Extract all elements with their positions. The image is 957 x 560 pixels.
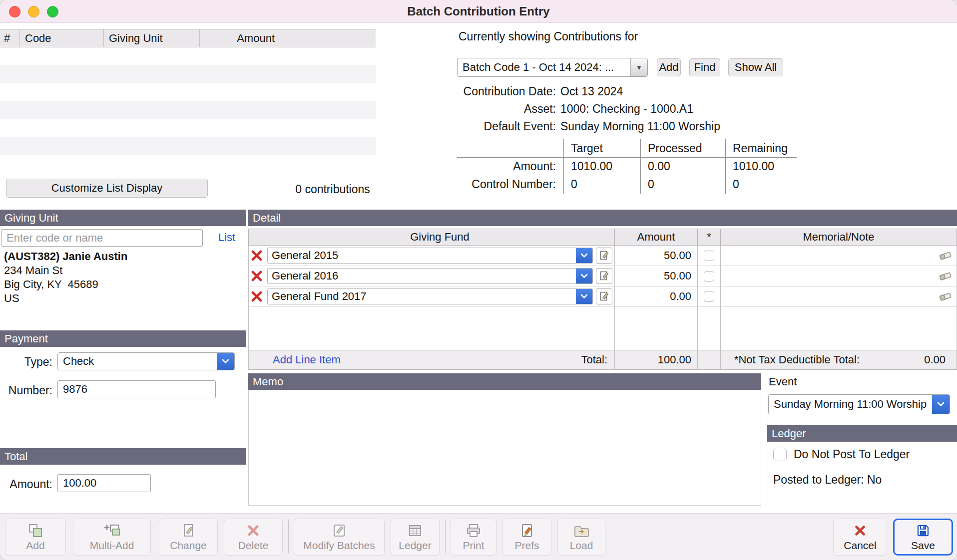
detail-header-giving-fund: Giving Fund	[265, 229, 615, 246]
total-amount-input[interactable]	[57, 474, 151, 492]
memorial-note-field[interactable]	[721, 266, 957, 286]
delete-icon	[246, 523, 261, 538]
prefs-icon	[519, 523, 534, 538]
detail-total-value: 100.00	[615, 350, 698, 370]
red-x-icon	[250, 290, 263, 303]
column-header-amount[interactable]: Amount	[200, 29, 282, 47]
summary-header-row: Target Processed Remaining	[457, 139, 797, 158]
batch-show-all-button[interactable]: Show All	[728, 58, 783, 76]
giving-unit-section-header: Giving Unit	[0, 210, 246, 226]
summary-amount-row: Amount: 1010.00 0.00 1010.00	[457, 158, 797, 175]
contribution-list: # Code Giving Unit Amount	[0, 29, 376, 173]
giving-fund-select[interactable]: General Fund 2017	[267, 288, 593, 304]
titlebar: Batch Contribution Entry	[0, 0, 957, 23]
event-select[interactable]: Sunday Morning 11:00 Worship	[768, 394, 950, 414]
summary-header-remaining: Remaining	[725, 139, 797, 158]
cancel-button[interactable]: Cancel	[833, 519, 887, 556]
giving-unit-search-input[interactable]	[1, 229, 203, 247]
list-row	[0, 119, 376, 137]
modify-batches-button[interactable]: Modify Batches	[294, 519, 385, 556]
giving-unit-address-line: 234 Main St	[4, 264, 127, 278]
fund-note-button[interactable]	[596, 288, 612, 304]
change-button[interactable]: Change	[159, 519, 218, 556]
zoom-window-button[interactable]	[47, 6, 58, 17]
fund-note-button[interactable]	[596, 248, 612, 264]
contribution-list-header: # Code Giving Unit Amount	[0, 29, 376, 47]
line-star-cell	[698, 246, 721, 266]
memorial-eraser-icon	[939, 250, 953, 261]
not-tax-deductible-checkbox[interactable]	[704, 251, 714, 261]
print-button[interactable]: Print	[451, 519, 496, 556]
save-icon	[916, 523, 931, 538]
detail-empty-area	[248, 307, 957, 350]
chevron-down-icon[interactable]	[576, 269, 592, 283]
summary-control-target: 0	[563, 175, 640, 194]
memo-section-header: Memo	[248, 373, 761, 390]
do-not-post-label: Do Not Post To Ledger	[794, 448, 910, 461]
fund-note-button[interactable]	[596, 268, 612, 284]
list-row	[0, 47, 376, 65]
edit-note-icon	[599, 291, 610, 302]
giving-unit-name: (AUST382) Janie Austin	[4, 250, 127, 264]
customize-list-display-button[interactable]: Customize List Display	[6, 179, 208, 198]
multi-add-button[interactable]: Multi-Add	[73, 519, 151, 556]
not-tax-deductible-checkbox[interactable]	[704, 291, 714, 302]
do-not-post-row: Do Not Post To Ledger	[773, 448, 910, 461]
red-x-icon	[250, 270, 263, 282]
payment-number-input[interactable]	[57, 380, 216, 398]
detail-header-delete	[248, 229, 265, 246]
list-row	[0, 65, 376, 83]
default-event-label: Default Event:	[457, 120, 556, 133]
ntd-total-label: *Not Tax Deductible Total:	[734, 353, 860, 366]
chevron-down-icon[interactable]	[932, 395, 950, 414]
column-header-code[interactable]: Code	[20, 29, 104, 47]
contribution-list-body[interactable]	[0, 47, 376, 173]
add-button[interactable]: Add	[5, 519, 66, 556]
chevron-down-icon[interactable]: ▼	[630, 58, 647, 76]
chevron-down-icon[interactable]	[576, 248, 592, 263]
save-button[interactable]: Save	[893, 519, 953, 556]
asset-row: Asset: 1000: Checking - 1000.A1	[457, 100, 720, 118]
payment-type-select[interactable]: Check	[57, 352, 235, 370]
line-amount-field[interactable]: 50.00	[615, 246, 698, 266]
batch-add-button[interactable]: Add	[657, 58, 681, 76]
minimize-window-button[interactable]	[28, 6, 39, 17]
column-header-number[interactable]: #	[0, 29, 20, 47]
load-button[interactable]: Load	[557, 519, 605, 556]
print-icon	[466, 523, 481, 538]
add-line-item-link[interactable]: Add Line Item	[273, 353, 341, 366]
edit-note-icon	[599, 250, 610, 261]
default-event-value: Sunday Morning 11:00 Worship	[556, 120, 720, 133]
memorial-note-field[interactable]	[721, 286, 957, 307]
delete-line-button[interactable]	[248, 286, 265, 307]
chevron-down-icon[interactable]	[217, 353, 234, 370]
asset-label: Asset:	[457, 102, 556, 116]
do-not-post-checkbox[interactable]	[773, 448, 787, 461]
delete-button[interactable]: Delete	[224, 519, 283, 556]
giving-fund-cell: General Fund 2017	[265, 286, 615, 307]
batch-select[interactable]: Batch Code 1 - Oct 14 2024: ... ▼	[457, 58, 648, 77]
delete-line-button[interactable]	[248, 246, 265, 266]
memorial-note-field[interactable]	[721, 246, 957, 266]
close-window-button[interactable]	[9, 6, 20, 17]
ledger-button[interactable]: Ledger	[391, 519, 440, 556]
batch-find-button[interactable]: Find	[689, 58, 720, 76]
summary-header-target: Target	[563, 139, 640, 158]
giving-unit-list-link[interactable]: List	[218, 231, 235, 244]
giving-fund-select[interactable]: General 2016	[267, 268, 593, 284]
line-amount-field[interactable]: 50.00	[615, 266, 698, 286]
not-tax-deductible-checkbox[interactable]	[704, 271, 714, 281]
detail-total-row: Add Line Item Total: 100.00 *Not Tax Ded…	[248, 350, 957, 370]
contribution-count: 0 contributions	[208, 183, 458, 196]
memorial-eraser-icon	[939, 291, 953, 302]
delete-line-button[interactable]	[248, 266, 265, 286]
line-amount-field[interactable]: 0.00	[615, 286, 698, 307]
list-row	[0, 155, 376, 173]
column-header-blank	[282, 29, 376, 47]
giving-fund-select[interactable]: General 2015	[267, 248, 593, 264]
column-header-giving-unit[interactable]: Giving Unit	[104, 29, 200, 47]
chevron-down-icon[interactable]	[576, 289, 592, 304]
memo-input[interactable]	[248, 390, 761, 506]
prefs-button[interactable]: Prefs	[502, 519, 551, 556]
ntd-total-value: 0.00	[860, 353, 953, 366]
